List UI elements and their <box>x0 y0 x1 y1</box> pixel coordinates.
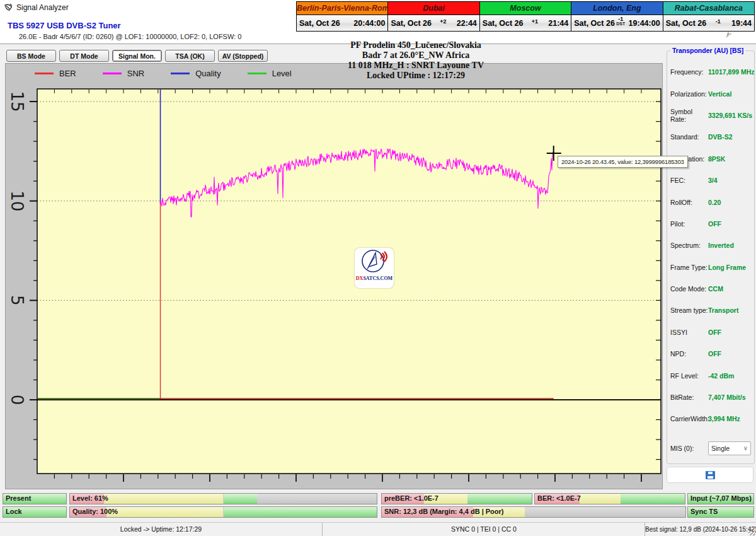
clock-time-row: Sat, Oct 26-119:44 <box>663 15 754 31</box>
clock-utc-offset: +1 <box>532 19 538 24</box>
bar-segment-green <box>224 494 258 504</box>
clock-date: Sat, Oct 26 <box>391 19 432 28</box>
mode-tabs: BS ModeDT ModeSignal Mon.TSA (OK)AV (Sto… <box>6 50 268 62</box>
dxsatcs-logo: DXSATCS.COM <box>355 248 394 288</box>
status-bar-level-61: Level: 61% <box>69 493 377 504</box>
chevron-down-icon: ∨ <box>743 446 748 451</box>
dxsatcs-text: DXSATCS.COM <box>356 276 392 281</box>
clock-dubai: DubaiSat, Oct 26+222:44 <box>388 2 479 31</box>
tp-value: 3,994 MHz <box>708 415 740 422</box>
clock-city-label: Dubai <box>388 2 479 15</box>
tab-dt-mode[interactable]: DT Mode <box>59 50 109 62</box>
clock-city-label: Moscow <box>480 2 571 15</box>
transponder-row-frame-type: Frame Type:Long Frame <box>667 257 754 278</box>
statusbar: Locked -> Uptime: 12:17:29 SYNC 0 | TEI … <box>0 522 756 536</box>
bar-segment-gray <box>257 494 377 504</box>
signal-chart-panel: BERSNRQualityLevel 051015 DXSATCS.COM 20… <box>5 63 663 489</box>
chart-header-line-4: Locked UPtime : 12:17:29 <box>252 71 580 81</box>
transponder-row-symbol-rate: Symbol Rate:3329,691 KS/s <box>667 105 754 126</box>
clock-offset-value: -1 <box>618 16 623 21</box>
bar-segment-yellow <box>104 494 224 504</box>
chart-header-line-3: 11 018 MHz_H : SNRT Layoune TV <box>252 61 580 71</box>
tp-label: Symbol Rate: <box>670 108 708 123</box>
clock-offset-dst: DST <box>616 21 625 26</box>
clock-offset-value: -1 <box>716 19 721 24</box>
tab-signal-mon[interactable]: Signal Mon. <box>112 50 162 62</box>
transponder-row-rolloff: RollOff:0.20 <box>667 191 754 213</box>
clock-offset-value: +1 <box>532 19 538 24</box>
clock-date: Sat, Oct 26 <box>299 19 340 28</box>
transponder-row-standard: Standard:DVB-S2 <box>667 126 754 148</box>
tp-label: ISSYI <box>670 329 708 336</box>
signal-chart: 051015 <box>6 64 663 490</box>
transponder-row-pilot: Pilot:OFF <box>667 213 754 235</box>
status-badge-sync-ts: Sync TS <box>687 506 754 518</box>
transponder-title: Transponder (AU) [BS] <box>670 47 745 54</box>
satellite-dish-icon <box>4 3 13 12</box>
tp-value: CCM <box>708 285 723 293</box>
clock-utc-offset: +2 <box>440 19 446 24</box>
tp-value: OFF <box>708 350 721 358</box>
tp-label: BitRate: <box>670 393 708 401</box>
tp-label: Code Mode: <box>670 285 708 293</box>
svg-text:5: 5 <box>8 295 26 306</box>
bar-segment-gray <box>525 507 685 517</box>
transponder-row-code-mode: Code Mode:CCM <box>667 278 754 300</box>
tab-bs-mode[interactable]: BS Mode <box>6 50 56 62</box>
legend-line-snr <box>103 73 122 74</box>
mis-row: MIS (0): Single ∨ <box>667 438 754 459</box>
tp-label: Polarization: <box>670 90 708 98</box>
bar-segment-green <box>224 507 377 517</box>
tp-label: Pilot: <box>670 220 708 228</box>
status-badge-lock: Lock <box>3 506 67 518</box>
tp-label: Spectrum: <box>670 242 708 249</box>
clock-london-eng: London, EngSat, Oct 26-1DST19:44:00 <box>571 2 663 31</box>
tp-value: Long Frame <box>708 264 746 271</box>
world-clocks: Berlin-Paris-Vienna-RomaSat, Oct 2620:44… <box>296 1 755 32</box>
legend-line-quality <box>171 73 190 74</box>
clock-city-label: London, Eng <box>571 2 662 15</box>
tp-value: 11017,899 MHz <box>708 68 755 76</box>
transponder-row-fec: FEC:3/4 <box>667 170 754 191</box>
chart-tooltip: 2024-10-26 20.43.45, value: 12,399999618… <box>558 156 688 168</box>
clock-berlin-paris-vienna-roma: Berlin-Paris-Vienna-RomaSat, Oct 2620:44… <box>297 2 388 31</box>
bar-segment-yellow <box>106 507 223 517</box>
transponder-row-bitrate: BitRate:7,407 Mbit/s <box>667 387 754 408</box>
tp-value: 0.20 <box>708 199 721 206</box>
tp-value: OFF <box>708 220 721 228</box>
status-bar-quality-100: Quality: 100% <box>69 506 377 518</box>
clock-time-row: Sat, Oct 26+222:44 <box>388 15 479 31</box>
transponder-row-polarization: Polarization:Vertical <box>667 83 754 104</box>
tp-label: Frame Type: <box>670 264 708 271</box>
bar-segment-green <box>621 494 685 504</box>
floppy-icon <box>706 471 715 479</box>
clock-time: 22:44 <box>457 19 477 28</box>
statusbar-lock-uptime: Locked -> Uptime: 12:17:29 <box>0 523 322 536</box>
save-button[interactable] <box>667 467 753 483</box>
resize-grip[interactable] <box>748 529 755 535</box>
bar-label: SNR: 12,3 dB (Margin: 4,4 dB | Poor) <box>384 507 504 516</box>
tp-label: FEC: <box>670 177 708 184</box>
tp-label: Frequency: <box>670 68 708 76</box>
bar-segment-yellow <box>580 494 620 504</box>
legend-label-quality: Quality <box>195 69 220 78</box>
tp-label: Stream type: <box>670 306 708 314</box>
svg-text:0: 0 <box>8 395 26 405</box>
svg-text:15: 15 <box>8 91 26 112</box>
tab-tsa-ok[interactable]: TSA (OK) <box>165 50 215 62</box>
clock-time-row: Sat, Oct 26-1DST19:44:00 <box>571 15 662 31</box>
bar-label: Quality: 100% <box>72 507 118 516</box>
legend-label-ber: BER <box>59 69 76 78</box>
transponder-row-npd: NPD:OFF <box>667 343 754 364</box>
transponder-groupbox: Transponder (AU) [BS] Frequency:11017,89… <box>667 50 755 464</box>
mis-value: Single <box>711 445 730 452</box>
clock-time-row: Sat, Oct 2620:44:00 <box>297 15 387 31</box>
status-badge-present: Present <box>3 493 67 504</box>
statusbar-best-signal: Best signal: 12,9 dB (2024-10-26 15:42) <box>644 523 756 536</box>
satellite-dish-drawing <box>360 248 389 276</box>
clock-time: 19:44 <box>731 19 752 28</box>
mis-select[interactable]: Single ∨ <box>708 441 751 455</box>
transponder-row-stream-type: Stream type:Transport <box>667 300 754 321</box>
bar-label: BER: <1.0E-7 <box>537 494 581 503</box>
status-bar-preber-1-0e-7: preBER: <1.0E-7 <box>381 493 532 504</box>
